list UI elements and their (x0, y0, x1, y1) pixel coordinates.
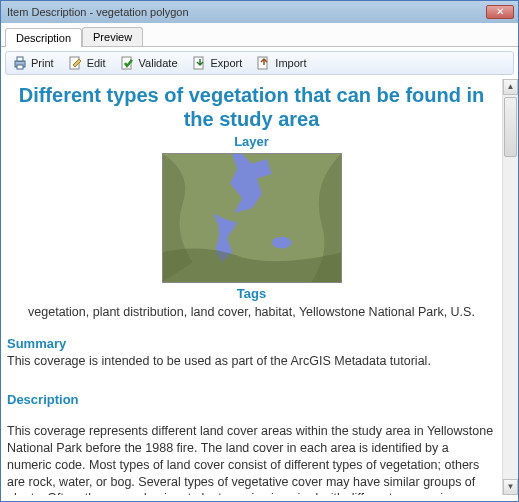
window-title: Item Description - vegetation polygon (5, 6, 486, 18)
svg-point-9 (271, 236, 291, 248)
import-icon (256, 55, 272, 71)
summary-text: This coverage is intended to be used as … (7, 353, 496, 370)
print-button[interactable]: Print (12, 55, 54, 71)
import-label: Import (275, 57, 306, 69)
svg-rect-1 (17, 57, 23, 61)
validate-label: Validate (139, 57, 178, 69)
print-label: Print (31, 57, 54, 69)
svg-rect-2 (17, 65, 23, 69)
tab-description[interactable]: Description (5, 28, 82, 47)
toolbar: Print Edit Validate Export Import (5, 51, 514, 75)
item-title: Different types of vegetation that can b… (7, 83, 496, 131)
svg-rect-6 (258, 57, 267, 69)
tags-heading: Tags (7, 285, 496, 303)
content-pane: Different types of vegetation that can b… (1, 79, 502, 495)
description-heading: Description (7, 391, 496, 409)
scroll-up-button[interactable]: ▲ (503, 79, 518, 95)
scroll-thumb[interactable] (504, 97, 517, 157)
scroll-track[interactable] (503, 95, 518, 479)
import-button[interactable]: Import (256, 55, 306, 71)
validate-icon (120, 55, 136, 71)
tab-strip: Description Preview (1, 23, 518, 47)
export-button[interactable]: Export (192, 55, 243, 71)
description-text: This coverage represents different land … (7, 423, 496, 495)
vertical-scrollbar[interactable]: ▲ ▼ (502, 79, 518, 495)
edit-label: Edit (87, 57, 106, 69)
export-label: Export (211, 57, 243, 69)
item-type-label: Layer (7, 133, 496, 151)
summary-heading: Summary (7, 335, 496, 353)
export-icon (192, 55, 208, 71)
close-button[interactable]: ✕ (486, 5, 514, 19)
thumbnail-image (162, 153, 342, 283)
titlebar: Item Description - vegetation polygon ✕ (1, 1, 518, 23)
edit-icon (68, 55, 84, 71)
tags-value: vegetation, plant distribution, land cov… (7, 304, 496, 321)
validate-button[interactable]: Validate (120, 55, 178, 71)
print-icon (12, 55, 28, 71)
tab-preview[interactable]: Preview (82, 27, 143, 46)
scroll-down-button[interactable]: ▼ (503, 479, 518, 495)
edit-button[interactable]: Edit (68, 55, 106, 71)
